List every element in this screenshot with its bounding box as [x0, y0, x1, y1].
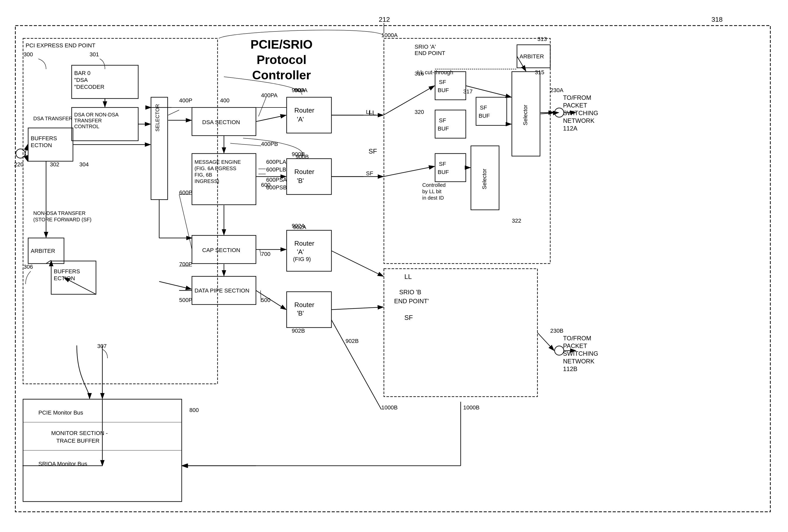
svg-text:400PB: 400PB — [261, 141, 278, 147]
svg-text:CAP SECTION: CAP SECTION — [202, 247, 240, 253]
svg-text:"DSA: "DSA — [74, 77, 88, 83]
svg-text:1000A: 1000A — [381, 32, 398, 38]
svg-text:BUF: BUF — [438, 125, 449, 132]
svg-text:900B: 900B — [296, 154, 309, 160]
svg-text:(FIG 9): (FIG 9) — [293, 256, 311, 262]
svg-text:900A: 900A — [294, 87, 308, 93]
svg-text:Router: Router — [294, 168, 314, 176]
svg-text:SWITCHING: SWITCHING — [563, 350, 598, 357]
svg-text:230A: 230A — [550, 87, 564, 93]
svg-text:TRANSFER: TRANSFER — [74, 118, 102, 123]
svg-text:112B: 112B — [563, 366, 577, 372]
svg-text:SF: SF — [439, 117, 446, 124]
svg-text:'B': 'B' — [297, 309, 304, 317]
svg-text:BAR 0: BAR 0 — [74, 70, 91, 76]
svg-text:in dest ID: in dest ID — [422, 195, 444, 201]
svg-text:230B: 230B — [550, 328, 563, 334]
svg-text:320: 320 — [415, 109, 424, 115]
svg-text:SF: SF — [480, 104, 487, 111]
svg-text:(FIG. 6A EGRESS: (FIG. 6A EGRESS — [195, 165, 236, 171]
svg-text:500: 500 — [261, 297, 271, 303]
svg-text:ARBITER: ARBITER — [519, 53, 544, 60]
svg-text:700: 700 — [261, 251, 271, 257]
svg-text:304: 304 — [79, 161, 89, 168]
svg-text:BUF: BUF — [438, 169, 449, 175]
svg-text:301: 301 — [90, 51, 99, 58]
svg-text:SF: SF — [369, 147, 377, 155]
svg-text:212: 212 — [379, 16, 390, 23]
svg-text:SWITCHING: SWITCHING — [563, 110, 598, 116]
svg-text:DSA SECTION: DSA SECTION — [202, 119, 240, 125]
svg-text:SF: SF — [366, 170, 373, 177]
svg-text:'A': 'A' — [297, 115, 304, 123]
svg-text:SELECTOR: SELECTOR — [155, 104, 160, 132]
svg-text:BUFFERS: BUFFERS — [31, 135, 57, 141]
svg-text:NETWORK: NETWORK — [563, 358, 594, 364]
svg-text:Controller: Controller — [252, 68, 311, 82]
svg-text:318: 318 — [711, 16, 723, 23]
svg-rect-3 — [0, 0, 788, 532]
svg-text:NETWORK: NETWORK — [563, 117, 594, 124]
svg-text:TO/FROM: TO/FROM — [563, 335, 591, 342]
svg-text:Router: Router — [294, 239, 314, 247]
svg-text:TRACE BUFFER: TRACE BUFFER — [56, 438, 100, 444]
svg-text:PCIE/SRIO: PCIE/SRIO — [251, 38, 313, 51]
svg-text:600PLB: 600PLB — [266, 166, 286, 173]
svg-text:322: 322 — [512, 217, 521, 224]
svg-text:400P: 400P — [179, 97, 192, 104]
svg-text:316: 316 — [415, 71, 424, 77]
svg-text:PCI EXPRESS END POINT: PCI EXPRESS END POINT — [25, 42, 96, 48]
svg-text:700P: 700P — [179, 261, 192, 268]
svg-text:600PLA: 600PLA — [266, 159, 287, 165]
svg-text:'B': 'B' — [297, 177, 304, 184]
svg-text:600P: 600P — [179, 189, 192, 196]
svg-text:800: 800 — [190, 407, 199, 413]
svg-text:PCIE Monitor Bus: PCIE Monitor Bus — [38, 410, 83, 416]
svg-text:DSA TRANSFER: DSA TRANSFER — [33, 116, 73, 121]
svg-text:315: 315 — [535, 69, 544, 76]
svg-text:END POINT: END POINT — [415, 50, 445, 56]
svg-text:600PSA: 600PSA — [266, 177, 287, 183]
svg-text:ARBITER: ARBITER — [31, 248, 55, 254]
svg-text:307: 307 — [97, 343, 107, 349]
svg-text:313: 313 — [537, 36, 547, 42]
svg-text:PACKET: PACKET — [563, 342, 587, 349]
svg-text:BUF: BUF — [438, 87, 449, 93]
svg-text:Router: Router — [294, 301, 314, 309]
svg-text:Router: Router — [294, 106, 314, 114]
svg-text:300: 300 — [23, 51, 33, 58]
svg-text:BUF: BUF — [478, 113, 490, 119]
svg-text:317: 317 — [463, 88, 473, 95]
svg-text:(STORE FORWARD (SF): (STORE FORWARD (SF) — [33, 217, 91, 222]
svg-text:Selector: Selector — [522, 105, 529, 125]
svg-text:306: 306 — [23, 263, 33, 270]
svg-text:LL: LL — [366, 109, 372, 115]
svg-text:Selector: Selector — [481, 169, 488, 189]
svg-text:SF: SF — [405, 314, 413, 321]
svg-text:END POINT': END POINT' — [394, 298, 429, 304]
svg-text:600PSB: 600PSB — [266, 184, 287, 191]
svg-text:DSA OR NON-DSA: DSA OR NON-DSA — [74, 112, 119, 117]
svg-text:ECTION: ECTION — [31, 142, 52, 149]
svg-text:by LL bit: by LL bit — [422, 189, 441, 194]
svg-text:SF: SF — [439, 79, 446, 85]
diagram-container: 212 318 PCIE/SRIO Protocol Controller PC… — [0, 0, 788, 532]
svg-text:902A: 902A — [293, 224, 306, 230]
svg-text:FIG, 6B: FIG, 6B — [195, 172, 212, 178]
svg-text:220: 220 — [14, 161, 23, 168]
svg-text:SF: SF — [439, 161, 446, 167]
svg-text:902B: 902B — [292, 328, 305, 334]
svg-text:902B: 902B — [346, 338, 358, 344]
svg-text:BUFFERS: BUFFERS — [54, 268, 80, 275]
svg-text:CONTROL: CONTROL — [74, 124, 99, 129]
svg-text:1000B: 1000B — [381, 404, 398, 411]
svg-text:INGRESS): INGRESS) — [195, 178, 219, 184]
svg-text:SRIO 'B: SRIO 'B — [399, 289, 421, 296]
svg-text:112A: 112A — [563, 125, 577, 132]
svg-text:'A': 'A' — [297, 248, 304, 256]
svg-text:302: 302 — [50, 161, 59, 168]
svg-text:NON-DSA TRANSFER: NON-DSA TRANSFER — [33, 210, 85, 216]
svg-text:PACKET: PACKET — [563, 102, 587, 109]
svg-text:1000B: 1000B — [463, 404, 479, 411]
svg-text:SRIO 'A': SRIO 'A' — [415, 43, 436, 50]
